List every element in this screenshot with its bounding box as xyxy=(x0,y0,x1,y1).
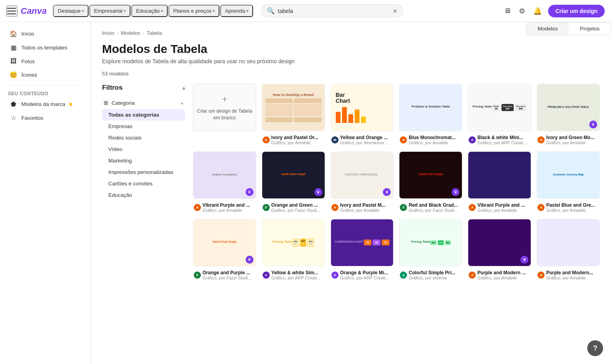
template-card-t8[interactable]: FEATURE COMPARISON ♛ xyxy=(331,151,394,213)
template-card-t2[interactable]: BarChart M xyxy=(331,84,394,146)
sidebar-item-marca[interactable]: ⬟ Modelos da marca xyxy=(3,97,87,111)
emoji-icon: 😊 xyxy=(9,71,17,79)
avatar-t13: A xyxy=(263,272,270,279)
sidebar-item-favoritos[interactable]: ☆ Favoritos xyxy=(3,111,87,125)
template-card-t13[interactable]: Pricing Table $49mo $69mo $99mo A xyxy=(262,219,325,281)
template-name-t16: Purple and Modern ... xyxy=(477,270,526,275)
template-author-t1: Gráfico, por Amabile xyxy=(271,140,318,145)
nav-educacao[interactable]: Educação ▾ xyxy=(131,5,168,17)
template-name-t4: Black & white Mini... xyxy=(477,135,526,140)
template-card-t4[interactable]: Pricing Table Basic$9 Standard$49 Premiu… xyxy=(468,84,531,146)
search-bar: 🔍 ✕ xyxy=(261,4,403,17)
template-name-t10: Vibrant Purple and ... xyxy=(477,202,525,208)
filter-impressoes[interactable]: Impressões personalizadas xyxy=(102,166,185,178)
help-button[interactable]: ? xyxy=(587,340,603,356)
breadcrumb-modelos[interactable]: Modelos xyxy=(121,30,140,36)
crown-badge-t5: ♛ xyxy=(589,121,597,128)
templates-grid-area: + Criar um design de Tabela em branco Ho… xyxy=(193,84,600,281)
avatar-t10: A xyxy=(469,204,476,211)
search-icon: 🔍 xyxy=(267,7,275,15)
filter-redes-sociais[interactable]: Redes sociais xyxy=(102,132,185,143)
filter-video[interactable]: Vídeo xyxy=(102,143,185,155)
user-content-label: Seu conteúdo xyxy=(0,89,91,97)
avatar-t17: A xyxy=(537,272,545,279)
sidebar-item-inicio[interactable]: 🏠 Início xyxy=(3,27,87,41)
search-clear-button[interactable]: ✕ xyxy=(393,8,397,14)
filter-empresas[interactable]: Empresas xyxy=(102,121,185,132)
monitor-icon-button[interactable]: 🖥 xyxy=(502,5,513,17)
template-meta-t3: A Blue Monochromat... Gráfico, por Amabi… xyxy=(399,131,462,146)
filter-educacao[interactable]: Educação xyxy=(102,189,185,201)
template-card-t11[interactable]: Customer Journey Map A xyxy=(537,151,600,213)
template-meta-t12: F Orange and Purple ... Gráfico, por Faz… xyxy=(193,266,256,281)
template-card-t5[interactable]: PROBLEM & SOLUTION TABLE ♛ xyxy=(537,84,600,146)
nav-destaque[interactable]: Destaque ▾ xyxy=(53,5,89,17)
tab-projetos[interactable]: Projetos xyxy=(569,23,611,35)
nav-empresarial[interactable]: Empresarial ▾ xyxy=(89,5,131,17)
template-card-t14[interactable]: COMPARISON CHART 49 98 78 A Or xyxy=(331,219,394,281)
create-design-button[interactable]: Criar um design xyxy=(548,5,605,17)
template-meta-t10: A Vibrant Purple and ... Gráfico, por Am… xyxy=(468,199,531,213)
template-card-t3[interactable]: Problem & Solution Table A xyxy=(399,84,462,146)
category-chevron: ▴ xyxy=(181,100,183,106)
brand-badge xyxy=(69,103,72,106)
template-meta-t14: A Orange & Purple Mi... Gráfico, por ARP… xyxy=(331,266,394,281)
model-count: 53 modelos xyxy=(102,71,600,77)
sidebar-label-fotos: Fotos xyxy=(21,58,35,64)
nav-aprenda[interactable]: Aprenda ▾ xyxy=(220,5,253,17)
add-template-card[interactable]: + Criar um design de Tabela em branco xyxy=(193,84,256,131)
bell-icon-button[interactable]: 🔔 xyxy=(532,5,543,17)
sidebar-item-fotos[interactable]: 🖼 Fotos xyxy=(3,55,87,68)
avatar-t15: e xyxy=(400,272,407,279)
photo-icon: 🖼 xyxy=(9,58,17,65)
filter-marketing[interactable]: Marketing xyxy=(102,155,185,166)
brand-icon: ⬟ xyxy=(9,100,17,108)
avatar-t3: A xyxy=(400,136,407,143)
filter-cartoes[interactable]: Cartões e convites xyxy=(102,178,185,189)
template-card-t9[interactable]: Gantt Chart Graph ♛ F xyxy=(399,151,462,213)
template-author-t12: Gráfico, por Fazzi Studi... xyxy=(202,275,252,280)
template-author-t15: Gráfico, por elversa xyxy=(409,275,455,280)
template-author-t9: Gráfico, por Fazzi Studi... xyxy=(409,208,458,213)
tab-modelos[interactable]: Modelos xyxy=(526,23,569,35)
template-meta-t13: A Yellow & white Sim... Gráfico, por ARP… xyxy=(262,266,325,281)
template-meta-t6: A Vibrant Purple and ... Gráfico, por Am… xyxy=(193,199,256,213)
template-name-t6: Vibrant Purple and ... xyxy=(202,202,250,208)
sidebar-item-icones[interactable]: 😊 Ícones xyxy=(3,68,87,82)
template-card-t12[interactable]: Gantt Chart Graph ♛ F xyxy=(193,219,256,281)
template-author-t16: Gráfico, por Amabile xyxy=(477,275,526,280)
template-meta-t1: A Ivory and Pastel Or... Gráfico, por Am… xyxy=(262,131,325,146)
avatar-t12: F xyxy=(194,272,201,279)
template-name-t15: Colorful Simple Pri... xyxy=(409,270,455,275)
template-card-t15[interactable]: Pricing Table $49 $69 $99 e Co xyxy=(399,219,462,281)
template-card-t6[interactable]: Feature Comparison ♛ xyxy=(193,151,256,213)
avatar-t5: A xyxy=(537,136,545,143)
template-card-t16[interactable]: ♛ A Purple and Modern ... Gráfico, por A… xyxy=(468,219,531,281)
sidebar-label-templates: Todos os templates xyxy=(21,45,67,51)
filter-category-header[interactable]: ⊞ Categoria ▴ xyxy=(102,96,185,109)
menu-toggle-button[interactable] xyxy=(6,6,17,17)
page-title: Modelos de Tabela xyxy=(102,42,600,56)
search-input[interactable] xyxy=(278,8,390,14)
breadcrumb-inicio[interactable]: Início xyxy=(102,30,114,36)
filters-collapse-icon[interactable]: ▴ xyxy=(182,85,185,91)
template-card-t7[interactable]: Gantt Chart Graph ♛ F xyxy=(262,151,325,213)
template-meta-t8: A Ivory and Pastel M... Gráfico, por Ama… xyxy=(331,199,394,213)
avatar-t2: M xyxy=(331,136,339,143)
template-card-t17[interactable]: A Purple and Modern... Gráfico, por Amab… xyxy=(537,219,600,281)
template-author-t3: Gráfico, por Amabile xyxy=(409,140,456,145)
crown-badge-t9: ♛ xyxy=(452,188,460,196)
template-card-t10[interactable]: A Vibrant Purple and ... Gráfico, por Am… xyxy=(468,151,531,213)
nav-planos[interactable]: Planos e preços ▾ xyxy=(168,5,219,17)
template-meta-t4: A Black & white Mini... Gráfico, por ARP… xyxy=(468,131,531,146)
filter-all-categories[interactable]: Todas as categorias xyxy=(102,109,185,121)
template-name-t13: Yellow & white Sim... xyxy=(271,270,320,275)
settings-icon-button[interactable]: ⚙ xyxy=(517,5,527,17)
sidebar-item-templates[interactable]: ▦ Todos os templates xyxy=(3,41,87,55)
crown-badge-t7: ♛ xyxy=(314,188,322,196)
template-author-t2: Gráfico, por Moriskova ... xyxy=(340,140,389,145)
template-card-t1[interactable]: How to Develop a Brand xyxy=(262,84,325,146)
avatar-t4: A xyxy=(469,136,476,143)
template-name-t3: Blue Monochromat... xyxy=(409,135,456,140)
top-navigation: Canva Destaque ▾ Empresarial ▾ Educação … xyxy=(0,0,611,22)
